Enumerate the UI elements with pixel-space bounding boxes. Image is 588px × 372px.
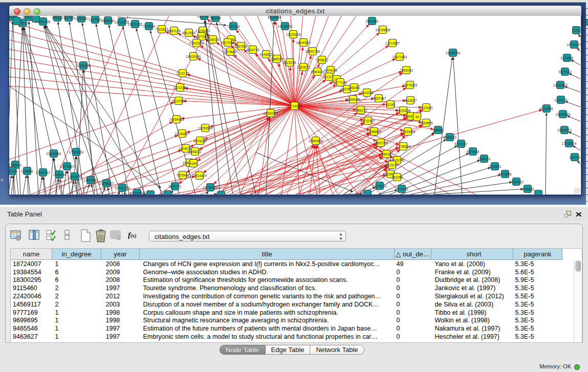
svg-text:152760: 152760 (63, 16, 74, 19)
svg-text:17942757: 17942757 (36, 171, 51, 174)
svg-text:10655267: 10655267 (74, 17, 89, 20)
svg-text:9129966: 9129966 (560, 56, 574, 60)
svg-text:1615192: 1615192 (385, 163, 399, 167)
svg-text:10973493: 10973493 (393, 55, 407, 59)
svg-text:2718176: 2718176 (176, 72, 189, 75)
svg-text:19756928: 19756928 (396, 145, 411, 148)
svg-text:9777169: 9777169 (334, 81, 347, 84)
svg-text:12923468: 12923468 (130, 191, 145, 195)
svg-text:10543382: 10543382 (189, 41, 204, 45)
svg-text:10654112: 10654112 (509, 180, 524, 184)
svg-text:8960128: 8960128 (167, 29, 181, 33)
svg-text:9084067: 9084067 (380, 152, 393, 156)
svg-text:16210643: 16210643 (556, 113, 571, 116)
svg-text:9327508: 9327508 (221, 41, 234, 45)
svg-text:19584594: 19584594 (309, 139, 323, 143)
svg-text:11325419: 11325419 (286, 33, 301, 36)
svg-text:16914479: 16914479 (192, 174, 207, 178)
svg-text:12213967: 12213967 (385, 41, 400, 45)
svg-text:20053346: 20053346 (76, 64, 91, 68)
svg-text:10719155: 10719155 (115, 20, 129, 24)
svg-text:17359924: 17359924 (69, 150, 84, 154)
svg-text:14136141: 14136141 (373, 184, 387, 188)
svg-text:2935114: 2935114 (478, 157, 491, 161)
svg-text:9146821: 9146821 (259, 53, 273, 56)
svg-text:18724007: 18724007 (287, 104, 302, 108)
svg-text:8322035: 8322035 (283, 61, 296, 64)
svg-text:7632621: 7632621 (488, 165, 502, 168)
svg-text:15692971: 15692971 (557, 128, 572, 132)
svg-text:1115682: 1115682 (21, 169, 34, 173)
svg-text:10958107: 10958107 (99, 182, 114, 185)
svg-text:8938923: 8938923 (443, 136, 456, 139)
svg-text:9227542: 9227542 (558, 70, 572, 74)
svg-text:7163822: 7163822 (155, 28, 168, 31)
svg-text:1151: 1151 (573, 29, 580, 32)
svg-text:18640910: 18640910 (296, 41, 311, 45)
svg-text:20364436: 20364436 (346, 98, 361, 101)
svg-text:9349: 9349 (190, 162, 198, 165)
svg-text:7515524: 7515524 (142, 25, 156, 28)
svg-text:9463627: 9463627 (404, 99, 417, 102)
svg-text:3875685: 3875685 (224, 50, 237, 54)
svg-text:7357224: 7357224 (227, 25, 240, 28)
svg-text:16671355: 16671355 (128, 23, 143, 26)
svg-text:12905135: 12905135 (68, 175, 82, 179)
svg-text:6966160: 6966160 (101, 19, 115, 23)
svg-text:160338: 160338 (210, 16, 221, 20)
svg-text:17016504: 17016504 (562, 142, 577, 145)
svg-text:20206556: 20206556 (47, 152, 61, 156)
svg-text:39159: 39159 (9, 169, 17, 173)
svg-text:164095: 164095 (432, 128, 444, 132)
svg-text:16107567: 16107567 (171, 99, 186, 103)
svg-text:9794028: 9794028 (324, 69, 337, 72)
svg-text:1362615: 1362615 (297, 65, 310, 69)
svg-text:2367608: 2367608 (234, 45, 248, 48)
svg-text:8454749: 8454749 (246, 48, 259, 52)
svg-text:9657771: 9657771 (168, 185, 182, 188)
svg-text:8878332: 8878332 (193, 139, 207, 143)
svg-text:7386372: 7386372 (354, 108, 367, 112)
svg-text:94: 94 (415, 115, 419, 119)
svg-text:18807249: 18807249 (374, 141, 388, 145)
svg-text:19166827: 19166827 (175, 132, 190, 136)
svg-text:7485063: 7485063 (400, 69, 413, 72)
svg-text:15720407: 15720407 (361, 119, 376, 123)
svg-text:746266: 746266 (349, 86, 360, 90)
svg-text:1385061: 1385061 (9, 163, 22, 167)
svg-text:1145194: 1145194 (53, 173, 66, 177)
svg-text:5498222: 5498222 (188, 150, 202, 154)
svg-text:2087682: 2087682 (365, 19, 379, 23)
svg-text:6699695: 6699695 (420, 121, 433, 125)
svg-text:24420046: 24420046 (186, 55, 201, 58)
svg-text:11353594: 11353594 (198, 126, 213, 130)
svg-text:10688609: 10688609 (367, 130, 382, 134)
svg-text:8186328: 8186328 (206, 38, 220, 41)
svg-text:116753: 116753 (569, 156, 580, 159)
svg-text:8912954: 8912954 (182, 31, 195, 35)
svg-text:62160: 62160 (386, 103, 395, 106)
svg-text:15751074: 15751074 (567, 43, 581, 47)
svg-text:8215955: 8215955 (540, 107, 553, 111)
svg-text:9115460: 9115460 (420, 106, 433, 110)
svg-text:16648784: 16648784 (446, 51, 461, 55)
svg-text:12975115: 12975115 (403, 83, 418, 87)
svg-text:7955812: 7955812 (315, 58, 329, 62)
svg-text:20975867: 20975867 (60, 165, 75, 168)
svg-text:9474444: 9474444 (466, 150, 480, 154)
svg-text:17957253: 17957253 (83, 179, 98, 182)
svg-text:7625402: 7625402 (176, 173, 189, 177)
svg-text:16154808: 16154808 (376, 28, 390, 32)
svg-text:8990448: 8990448 (311, 70, 324, 74)
svg-text:19218506: 19218506 (278, 25, 293, 28)
svg-text:1588520: 1588520 (270, 57, 284, 61)
svg-text:8471676: 8471676 (498, 172, 512, 176)
svg-text:3624554: 3624554 (360, 91, 374, 95)
svg-text:12093872: 12093872 (553, 83, 568, 87)
svg-text:18300213: 18300213 (264, 112, 278, 115)
svg-text:19654985: 19654985 (169, 118, 184, 121)
svg-text:13226053: 13226053 (195, 29, 210, 33)
svg-text:10025438: 10025438 (396, 109, 411, 113)
svg-text:9245652: 9245652 (521, 187, 534, 191)
svg-text:8813054: 8813054 (268, 16, 281, 19)
